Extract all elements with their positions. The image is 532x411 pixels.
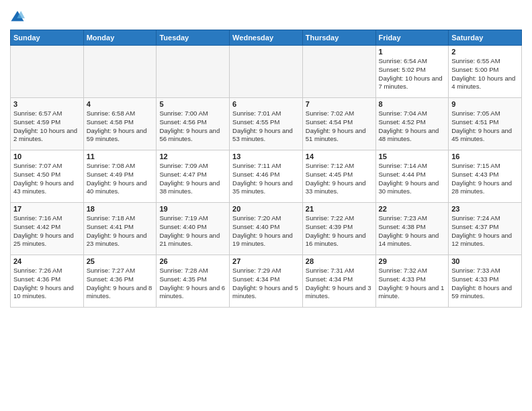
day-number: 30 xyxy=(451,257,519,265)
day-number: 5 xyxy=(159,100,226,108)
calendar-cell: 21Sunrise: 7:22 AM Sunset: 4:39 PM Dayli… xyxy=(302,203,375,255)
calendar-cell: 8Sunrise: 7:04 AM Sunset: 4:52 PM Daylig… xyxy=(375,98,449,150)
day-info: Sunrise: 7:09 AM Sunset: 4:47 PM Dayligh… xyxy=(159,162,226,196)
day-number: 29 xyxy=(379,257,446,265)
day-number: 14 xyxy=(306,152,373,161)
calendar-weekday-saturday: Saturday xyxy=(449,30,522,46)
logo xyxy=(10,9,28,24)
day-info: Sunrise: 7:15 AM Sunset: 4:43 PM Dayligh… xyxy=(451,162,519,196)
calendar-cell: 3Sunrise: 6:57 AM Sunset: 4:59 PM Daylig… xyxy=(11,98,84,150)
day-number: 2 xyxy=(451,48,519,56)
calendar-cell: 17Sunrise: 7:16 AM Sunset: 4:42 PM Dayli… xyxy=(11,203,84,255)
day-info: Sunrise: 6:55 AM Sunset: 5:00 PM Dayligh… xyxy=(451,57,519,91)
day-info: Sunrise: 7:12 AM Sunset: 4:45 PM Dayligh… xyxy=(306,162,373,196)
day-info: Sunrise: 7:31 AM Sunset: 4:34 PM Dayligh… xyxy=(306,267,373,301)
day-number: 16 xyxy=(451,152,519,161)
day-number: 20 xyxy=(232,205,300,213)
calendar-cell: 7Sunrise: 7:02 AM Sunset: 4:54 PM Daylig… xyxy=(302,98,375,150)
calendar-cell: 24Sunrise: 7:26 AM Sunset: 4:36 PM Dayli… xyxy=(11,255,84,308)
day-number: 22 xyxy=(379,205,446,213)
day-info: Sunrise: 7:32 AM Sunset: 4:33 PM Dayligh… xyxy=(379,267,446,301)
page: SundayMondayTuesdayWednesdayThursdayFrid… xyxy=(0,0,532,411)
day-info: Sunrise: 7:27 AM Sunset: 4:36 PM Dayligh… xyxy=(87,267,154,301)
calendar-cell: 18Sunrise: 7:18 AM Sunset: 4:41 PM Dayli… xyxy=(83,203,157,255)
calendar-cell: 12Sunrise: 7:09 AM Sunset: 4:47 PM Dayli… xyxy=(157,150,230,203)
calendar-week-2: 3Sunrise: 6:57 AM Sunset: 4:59 PM Daylig… xyxy=(11,98,522,150)
calendar-cell: 6Sunrise: 7:01 AM Sunset: 4:55 PM Daylig… xyxy=(230,98,303,150)
day-info: Sunrise: 7:14 AM Sunset: 4:44 PM Dayligh… xyxy=(379,162,446,196)
day-number: 12 xyxy=(159,152,226,161)
calendar-week-5: 24Sunrise: 7:26 AM Sunset: 4:36 PM Dayli… xyxy=(11,255,522,308)
day-info: Sunrise: 7:22 AM Sunset: 4:39 PM Dayligh… xyxy=(306,214,373,248)
calendar-cell xyxy=(302,46,375,98)
day-number: 24 xyxy=(13,257,81,265)
calendar-cell: 1Sunrise: 6:54 AM Sunset: 5:02 PM Daylig… xyxy=(375,46,449,98)
calendar-cell: 15Sunrise: 7:14 AM Sunset: 4:44 PM Dayli… xyxy=(375,150,449,203)
calendar-cell: 2Sunrise: 6:55 AM Sunset: 5:00 PM Daylig… xyxy=(449,46,522,98)
day-info: Sunrise: 7:28 AM Sunset: 4:35 PM Dayligh… xyxy=(159,267,226,301)
day-info: Sunrise: 7:02 AM Sunset: 4:54 PM Dayligh… xyxy=(306,109,373,144)
day-number: 15 xyxy=(379,152,446,161)
calendar-weekday-thursday: Thursday xyxy=(302,30,375,46)
calendar-week-3: 10Sunrise: 7:07 AM Sunset: 4:50 PM Dayli… xyxy=(11,150,522,203)
calendar-cell xyxy=(83,46,157,98)
calendar-cell: 29Sunrise: 7:32 AM Sunset: 4:33 PM Dayli… xyxy=(375,255,449,308)
day-info: Sunrise: 7:26 AM Sunset: 4:36 PM Dayligh… xyxy=(13,267,81,301)
day-info: Sunrise: 6:58 AM Sunset: 4:58 PM Dayligh… xyxy=(87,109,154,144)
day-info: Sunrise: 6:57 AM Sunset: 4:59 PM Dayligh… xyxy=(13,109,81,144)
day-number: 19 xyxy=(159,205,226,213)
day-number: 28 xyxy=(306,257,373,265)
day-info: Sunrise: 7:01 AM Sunset: 4:55 PM Dayligh… xyxy=(232,109,300,144)
calendar-cell: 26Sunrise: 7:28 AM Sunset: 4:35 PM Dayli… xyxy=(157,255,230,308)
day-number: 3 xyxy=(13,100,81,108)
day-number: 8 xyxy=(379,100,446,108)
day-number: 21 xyxy=(306,205,373,213)
calendar-cell: 10Sunrise: 7:07 AM Sunset: 4:50 PM Dayli… xyxy=(11,150,84,203)
calendar-cell: 30Sunrise: 7:33 AM Sunset: 4:33 PM Dayli… xyxy=(449,255,522,308)
day-number: 6 xyxy=(232,100,300,108)
day-number: 26 xyxy=(159,257,226,265)
day-info: Sunrise: 7:00 AM Sunset: 4:56 PM Dayligh… xyxy=(159,109,226,144)
day-number: 17 xyxy=(13,205,81,213)
logo-icon xyxy=(10,9,25,24)
calendar-cell: 5Sunrise: 7:00 AM Sunset: 4:56 PM Daylig… xyxy=(157,98,230,150)
day-info: Sunrise: 7:20 AM Sunset: 4:40 PM Dayligh… xyxy=(232,214,300,248)
calendar-cell: 4Sunrise: 6:58 AM Sunset: 4:58 PM Daylig… xyxy=(83,98,157,150)
calendar-cell: 16Sunrise: 7:15 AM Sunset: 4:43 PM Dayli… xyxy=(449,150,522,203)
calendar-cell: 19Sunrise: 7:19 AM Sunset: 4:40 PM Dayli… xyxy=(157,203,230,255)
calendar-weekday-monday: Monday xyxy=(83,30,157,46)
day-number: 4 xyxy=(87,100,154,108)
day-info: Sunrise: 7:18 AM Sunset: 4:41 PM Dayligh… xyxy=(87,214,154,248)
calendar-cell: 20Sunrise: 7:20 AM Sunset: 4:40 PM Dayli… xyxy=(230,203,303,255)
day-number: 1 xyxy=(379,48,446,56)
calendar-cell xyxy=(230,46,303,98)
day-info: Sunrise: 7:23 AM Sunset: 4:38 PM Dayligh… xyxy=(379,214,446,248)
day-info: Sunrise: 7:05 AM Sunset: 4:51 PM Dayligh… xyxy=(451,109,519,144)
calendar-cell: 22Sunrise: 7:23 AM Sunset: 4:38 PM Dayli… xyxy=(375,203,449,255)
calendar-cell: 23Sunrise: 7:24 AM Sunset: 4:37 PM Dayli… xyxy=(449,203,522,255)
calendar-header-row: SundayMondayTuesdayWednesdayThursdayFrid… xyxy=(11,30,522,46)
day-number: 25 xyxy=(87,257,154,265)
day-number: 9 xyxy=(451,100,519,108)
calendar-week-4: 17Sunrise: 7:16 AM Sunset: 4:42 PM Dayli… xyxy=(11,203,522,255)
day-info: Sunrise: 7:16 AM Sunset: 4:42 PM Dayligh… xyxy=(13,214,81,248)
calendar-weekday-wednesday: Wednesday xyxy=(230,30,303,46)
day-info: Sunrise: 7:24 AM Sunset: 4:37 PM Dayligh… xyxy=(451,214,519,248)
calendar-cell xyxy=(11,46,84,98)
day-info: Sunrise: 7:11 AM Sunset: 4:46 PM Dayligh… xyxy=(232,162,300,196)
calendar-table: SundayMondayTuesdayWednesdayThursdayFrid… xyxy=(10,30,522,308)
day-info: Sunrise: 7:19 AM Sunset: 4:40 PM Dayligh… xyxy=(159,214,226,248)
day-number: 10 xyxy=(13,152,81,161)
calendar-weekday-friday: Friday xyxy=(375,30,449,46)
calendar-cell: 27Sunrise: 7:29 AM Sunset: 4:34 PM Dayli… xyxy=(230,255,303,308)
calendar-weekday-sunday: Sunday xyxy=(11,30,84,46)
day-number: 13 xyxy=(232,152,300,161)
day-info: Sunrise: 7:07 AM Sunset: 4:50 PM Dayligh… xyxy=(13,162,81,196)
day-number: 27 xyxy=(232,257,300,265)
calendar-cell: 28Sunrise: 7:31 AM Sunset: 4:34 PM Dayli… xyxy=(302,255,375,308)
day-info: Sunrise: 7:33 AM Sunset: 4:33 PM Dayligh… xyxy=(451,267,519,301)
calendar-cell: 11Sunrise: 7:08 AM Sunset: 4:49 PM Dayli… xyxy=(83,150,157,203)
day-number: 23 xyxy=(451,205,519,213)
day-number: 18 xyxy=(87,205,154,213)
calendar-week-1: 1Sunrise: 6:54 AM Sunset: 5:02 PM Daylig… xyxy=(11,46,522,98)
